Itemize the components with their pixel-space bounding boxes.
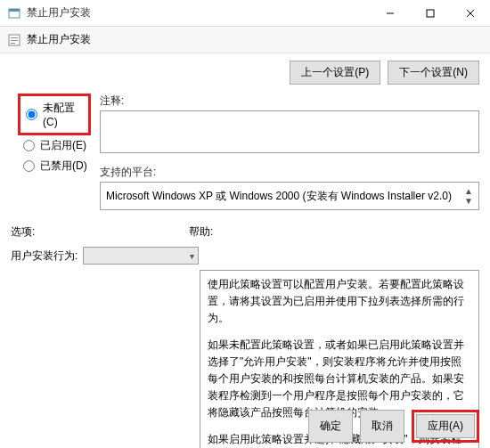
chevron-down-icon: ▾ bbox=[190, 251, 194, 261]
radio-enabled-input[interactable] bbox=[23, 140, 35, 151]
behavior-label: 用户安装行为: bbox=[11, 248, 78, 264]
radio-enabled[interactable]: 已启用(E) bbox=[11, 135, 91, 156]
supported-label: 支持的平台: bbox=[100, 161, 479, 182]
radio-not-configured[interactable]: 未配置(C) bbox=[22, 98, 86, 131]
svg-rect-7 bbox=[11, 37, 18, 38]
prev-setting-button[interactable]: 上一个设置(P) bbox=[290, 61, 380, 85]
comment-label: 注释: bbox=[100, 90, 479, 110]
policy-icon bbox=[7, 33, 21, 47]
svg-rect-3 bbox=[427, 10, 434, 17]
svg-rect-1 bbox=[9, 9, 20, 12]
close-button[interactable] bbox=[450, 0, 490, 26]
next-setting-button[interactable]: 下一个设置(N) bbox=[388, 61, 479, 85]
apply-button[interactable]: 应用(A) bbox=[416, 414, 475, 438]
policy-title: 禁止用户安装 bbox=[27, 32, 91, 47]
behavior-select[interactable]: ▾ bbox=[83, 247, 199, 265]
window-title: 禁止用户安装 bbox=[27, 5, 370, 20]
radio-disabled[interactable]: 已禁用(D) bbox=[11, 156, 91, 176]
comment-field[interactable] bbox=[100, 110, 479, 153]
minimize-button[interactable] bbox=[370, 0, 410, 26]
help-label: 帮助: bbox=[189, 224, 479, 240]
radio-disabled-input[interactable] bbox=[23, 160, 35, 172]
options-label: 选项: bbox=[11, 224, 189, 240]
svg-rect-9 bbox=[11, 43, 15, 44]
chevron-updown-icon[interactable]: ▲▼ bbox=[464, 186, 473, 206]
maximize-button[interactable] bbox=[410, 0, 450, 26]
radio-not-configured-input[interactable] bbox=[26, 109, 37, 120]
supported-platforms-field: Microsoft Windows XP 或 Windows 2000 (安装有… bbox=[100, 182, 479, 210]
cancel-button[interactable]: 取消 bbox=[360, 410, 404, 443]
ok-button[interactable]: 确定 bbox=[308, 410, 353, 443]
app-icon bbox=[7, 6, 21, 20]
svg-rect-8 bbox=[11, 40, 18, 41]
